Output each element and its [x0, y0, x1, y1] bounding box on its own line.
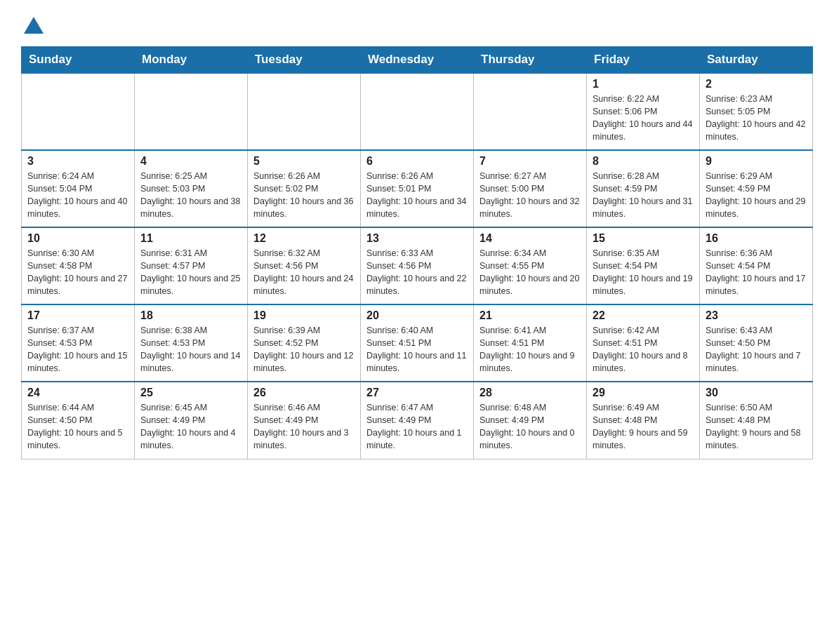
calendar-cell: 4Sunrise: 6:25 AM Sunset: 5:03 PM Daylig…	[135, 150, 248, 227]
week-row-3: 10Sunrise: 6:30 AM Sunset: 4:58 PM Dayli…	[22, 227, 813, 304]
day-info: Sunrise: 6:24 AM Sunset: 5:04 PM Dayligh…	[27, 170, 128, 221]
day-info: Sunrise: 6:47 AM Sunset: 4:49 PM Dayligh…	[366, 401, 468, 452]
calendar-cell: 1Sunrise: 6:22 AM Sunset: 5:06 PM Daylig…	[587, 73, 700, 150]
weekday-header-wednesday: Wednesday	[361, 47, 474, 74]
day-number: 2	[706, 78, 807, 90]
day-number: 24	[27, 387, 128, 399]
day-info: Sunrise: 6:28 AM Sunset: 4:59 PM Dayligh…	[593, 170, 694, 221]
day-number: 15	[593, 232, 694, 245]
day-info: Sunrise: 6:43 AM Sunset: 4:50 PM Dayligh…	[706, 324, 807, 375]
day-number: 6	[366, 155, 468, 168]
day-info: Sunrise: 6:50 AM Sunset: 4:48 PM Dayligh…	[706, 401, 807, 452]
day-number: 28	[479, 387, 581, 399]
calendar-cell: 12Sunrise: 6:32 AM Sunset: 4:56 PM Dayli…	[248, 227, 361, 304]
header	[21, 14, 813, 34]
weekday-header-sunday: Sunday	[22, 47, 135, 74]
week-row-1: 1Sunrise: 6:22 AM Sunset: 5:06 PM Daylig…	[22, 73, 813, 150]
weekday-header-thursday: Thursday	[474, 47, 587, 74]
day-number: 13	[366, 232, 468, 245]
logo-triangle-icon	[24, 17, 44, 34]
day-info: Sunrise: 6:27 AM Sunset: 5:00 PM Dayligh…	[479, 170, 581, 221]
day-number: 25	[140, 387, 241, 399]
day-number: 23	[706, 309, 807, 322]
day-info: Sunrise: 6:25 AM Sunset: 5:03 PM Dayligh…	[140, 170, 241, 221]
day-info: Sunrise: 6:35 AM Sunset: 4:54 PM Dayligh…	[593, 247, 694, 298]
day-info: Sunrise: 6:48 AM Sunset: 4:49 PM Dayligh…	[479, 401, 581, 452]
day-info: Sunrise: 6:26 AM Sunset: 5:02 PM Dayligh…	[253, 170, 355, 221]
day-info: Sunrise: 6:30 AM Sunset: 4:58 PM Dayligh…	[27, 247, 128, 298]
day-number: 14	[479, 232, 581, 245]
day-info: Sunrise: 6:37 AM Sunset: 4:53 PM Dayligh…	[27, 324, 128, 375]
calendar-cell: 26Sunrise: 6:46 AM Sunset: 4:49 PM Dayli…	[248, 382, 361, 459]
day-info: Sunrise: 6:41 AM Sunset: 4:51 PM Dayligh…	[479, 324, 581, 375]
calendar-cell: 3Sunrise: 6:24 AM Sunset: 5:04 PM Daylig…	[22, 150, 135, 227]
day-info: Sunrise: 6:36 AM Sunset: 4:54 PM Dayligh…	[706, 247, 807, 298]
calendar-cell: 14Sunrise: 6:34 AM Sunset: 4:55 PM Dayli…	[474, 227, 587, 304]
day-number: 22	[593, 309, 694, 322]
calendar-cell: 29Sunrise: 6:49 AM Sunset: 4:48 PM Dayli…	[587, 382, 700, 459]
calendar-cell: 5Sunrise: 6:26 AM Sunset: 5:02 PM Daylig…	[248, 150, 361, 227]
day-info: Sunrise: 6:39 AM Sunset: 4:52 PM Dayligh…	[253, 324, 355, 375]
day-info: Sunrise: 6:38 AM Sunset: 4:53 PM Dayligh…	[140, 324, 241, 375]
calendar-cell: 9Sunrise: 6:29 AM Sunset: 4:59 PM Daylig…	[700, 150, 813, 227]
weekday-header-friday: Friday	[587, 47, 700, 74]
day-number: 4	[140, 155, 241, 168]
calendar-cell: 13Sunrise: 6:33 AM Sunset: 4:56 PM Dayli…	[361, 227, 474, 304]
day-number: 19	[253, 309, 355, 322]
day-info: Sunrise: 6:49 AM Sunset: 4:48 PM Dayligh…	[593, 401, 694, 452]
week-row-5: 24Sunrise: 6:44 AM Sunset: 4:50 PM Dayli…	[22, 382, 813, 459]
day-number: 12	[253, 232, 355, 245]
day-number: 7	[479, 155, 581, 168]
day-number: 1	[593, 78, 694, 90]
calendar-cell: 6Sunrise: 6:26 AM Sunset: 5:01 PM Daylig…	[361, 150, 474, 227]
day-number: 11	[140, 232, 241, 245]
day-info: Sunrise: 6:32 AM Sunset: 4:56 PM Dayligh…	[253, 247, 355, 298]
calendar-cell: 21Sunrise: 6:41 AM Sunset: 4:51 PM Dayli…	[474, 304, 587, 382]
day-info: Sunrise: 6:29 AM Sunset: 4:59 PM Dayligh…	[706, 170, 807, 221]
day-info: Sunrise: 6:31 AM Sunset: 4:57 PM Dayligh…	[140, 247, 241, 298]
calendar-cell	[474, 73, 587, 150]
day-number: 3	[27, 155, 128, 168]
day-number: 18	[140, 309, 241, 322]
calendar-cell	[22, 73, 135, 150]
calendar-cell	[361, 73, 474, 150]
calendar-cell: 23Sunrise: 6:43 AM Sunset: 4:50 PM Dayli…	[700, 304, 813, 382]
day-number: 30	[706, 387, 807, 399]
day-info: Sunrise: 6:46 AM Sunset: 4:49 PM Dayligh…	[253, 401, 355, 452]
calendar-cell: 16Sunrise: 6:36 AM Sunset: 4:54 PM Dayli…	[700, 227, 813, 304]
day-number: 27	[366, 387, 468, 399]
calendar-cell	[248, 73, 361, 150]
day-number: 9	[706, 155, 807, 168]
weekday-header-row: SundayMondayTuesdayWednesdayThursdayFrid…	[22, 47, 813, 74]
calendar-cell: 10Sunrise: 6:30 AM Sunset: 4:58 PM Dayli…	[22, 227, 135, 304]
calendar-cell: 18Sunrise: 6:38 AM Sunset: 4:53 PM Dayli…	[135, 304, 248, 382]
calendar-cell: 11Sunrise: 6:31 AM Sunset: 4:57 PM Dayli…	[135, 227, 248, 304]
day-info: Sunrise: 6:34 AM Sunset: 4:55 PM Dayligh…	[479, 247, 581, 298]
day-info: Sunrise: 6:42 AM Sunset: 4:51 PM Dayligh…	[593, 324, 694, 375]
day-number: 21	[479, 309, 581, 322]
calendar-cell: 15Sunrise: 6:35 AM Sunset: 4:54 PM Dayli…	[587, 227, 700, 304]
day-number: 10	[27, 232, 128, 245]
weekday-header-tuesday: Tuesday	[248, 47, 361, 74]
day-number: 26	[253, 387, 355, 399]
day-number: 20	[366, 309, 468, 322]
day-info: Sunrise: 6:33 AM Sunset: 4:56 PM Dayligh…	[366, 247, 468, 298]
calendar-cell: 17Sunrise: 6:37 AM Sunset: 4:53 PM Dayli…	[22, 304, 135, 382]
day-info: Sunrise: 6:44 AM Sunset: 4:50 PM Dayligh…	[27, 401, 128, 452]
calendar-cell: 30Sunrise: 6:50 AM Sunset: 4:48 PM Dayli…	[700, 382, 813, 459]
calendar-cell: 19Sunrise: 6:39 AM Sunset: 4:52 PM Dayli…	[248, 304, 361, 382]
calendar-table: SundayMondayTuesdayWednesdayThursdayFrid…	[21, 46, 813, 459]
week-row-2: 3Sunrise: 6:24 AM Sunset: 5:04 PM Daylig…	[22, 150, 813, 227]
day-info: Sunrise: 6:26 AM Sunset: 5:01 PM Dayligh…	[366, 170, 468, 221]
calendar-cell: 28Sunrise: 6:48 AM Sunset: 4:49 PM Dayli…	[474, 382, 587, 459]
day-number: 16	[706, 232, 807, 245]
day-info: Sunrise: 6:45 AM Sunset: 4:49 PM Dayligh…	[140, 401, 241, 452]
weekday-header-monday: Monday	[135, 47, 248, 74]
logo	[21, 14, 44, 34]
calendar-cell: 25Sunrise: 6:45 AM Sunset: 4:49 PM Dayli…	[135, 382, 248, 459]
calendar-cell	[135, 73, 248, 150]
day-info: Sunrise: 6:22 AM Sunset: 5:06 PM Dayligh…	[593, 93, 694, 144]
day-number: 17	[27, 309, 128, 322]
calendar-cell: 2Sunrise: 6:23 AM Sunset: 5:05 PM Daylig…	[700, 73, 813, 150]
calendar-cell: 7Sunrise: 6:27 AM Sunset: 5:00 PM Daylig…	[474, 150, 587, 227]
